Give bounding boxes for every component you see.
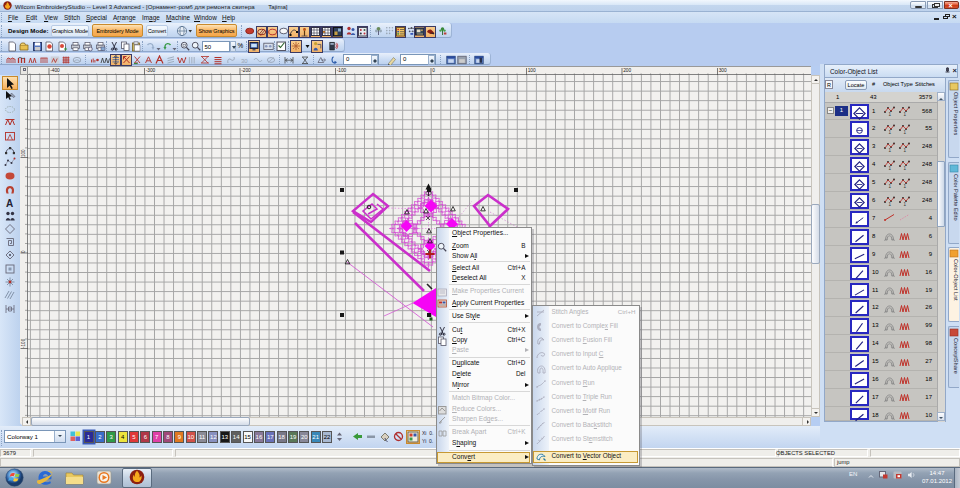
svg-text:A: A: [6, 198, 13, 209]
svg-text:1: 1: [889, 201, 892, 206]
svg-text:1: 1: [904, 147, 907, 152]
svg-text:1: 1: [889, 165, 892, 170]
svg-text:-100: -100: [337, 68, 347, 73]
svg-text:1: 1: [904, 165, 907, 170]
svg-text:30: 30: [241, 57, 248, 63]
svg-text:-200: -200: [241, 68, 251, 73]
svg-text:-400: -400: [50, 68, 60, 73]
svg-text:1: 1: [904, 112, 907, 117]
svg-text:200: 200: [623, 68, 631, 73]
svg-text:1: 1: [889, 147, 892, 152]
svg-text:0: 0: [432, 68, 435, 73]
svg-text:1: 1: [904, 201, 907, 206]
svg-text:300: 300: [719, 68, 727, 73]
svg-text:100: 100: [528, 68, 536, 73]
svg-text:1: 1: [889, 183, 892, 188]
svg-text:-300: -300: [146, 68, 156, 73]
svg-text:1: 1: [904, 129, 907, 134]
svg-text:1: 1: [904, 183, 907, 188]
svg-text:1: 1: [889, 112, 892, 117]
svg-text:1: 1: [889, 129, 892, 134]
